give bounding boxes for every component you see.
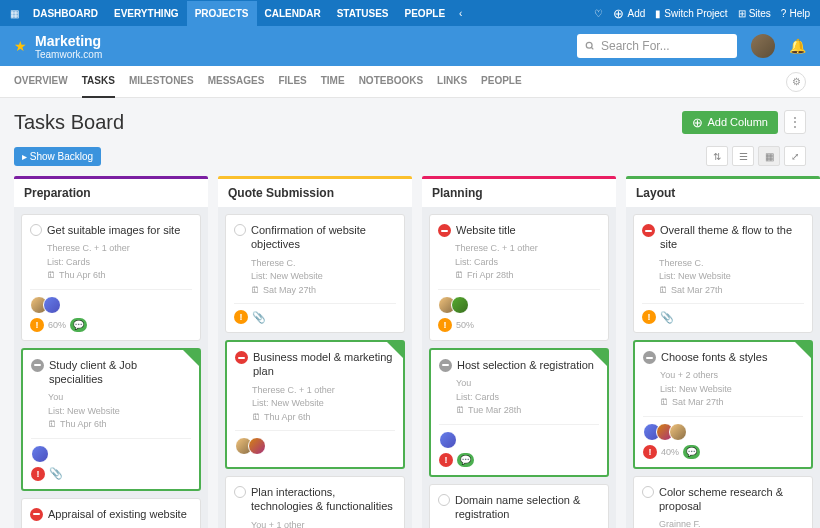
tab-time[interactable]: TIME: [321, 65, 345, 98]
column-header: Layout: [626, 179, 820, 207]
column-layout: Layout Overall theme & flow to the site …: [626, 176, 820, 528]
switch-project-link[interactable]: ▮ Switch Project: [655, 8, 727, 19]
board-view-button[interactable]: ▦: [758, 146, 780, 166]
more-button[interactable]: ⋮: [784, 110, 806, 134]
priority-badge: !: [642, 310, 656, 324]
tab-tasks[interactable]: TASKS: [82, 65, 115, 98]
card-date: 🗓 Sat Mar 27th: [659, 284, 804, 298]
project-company: Teamwork.com: [35, 49, 102, 60]
tab-links[interactable]: LINKS: [437, 65, 467, 98]
assignee-avatar: [451, 296, 469, 314]
tab-notebooks[interactable]: NOTEBOOKS: [359, 65, 423, 98]
card-date: 🗓 Sat Mar 27th: [660, 396, 803, 410]
comment-badge: 💬: [457, 453, 474, 467]
progress-pct: 60%: [48, 320, 66, 330]
star-icon[interactable]: ★: [14, 38, 27, 54]
comment-badge: 💬: [70, 318, 87, 332]
nav-projects[interactable]: PROJECTS: [187, 1, 257, 26]
nav-dashboard[interactable]: DASHBOARD: [25, 1, 106, 26]
card-title: Get suitable images for site: [47, 223, 180, 237]
card-title: Study client & Job specialities: [49, 358, 191, 387]
column-quote-submission: Quote Submission Confirmation of website…: [218, 176, 412, 528]
heart-icon[interactable]: ♡: [594, 8, 603, 19]
card-date: 🗓 Fri Apr 28th: [455, 269, 600, 283]
card-assigned: Therese C. + 1 other: [47, 242, 192, 256]
assignee-avatar: [248, 437, 266, 455]
help-link[interactable]: ? Help: [781, 8, 810, 19]
card-title: Overall theme & flow to the site: [660, 223, 804, 252]
card-title: Choose fonts & styles: [661, 350, 767, 364]
task-card[interactable]: Color scheme research & proposal Grainne…: [633, 476, 813, 528]
task-card[interactable]: Domain name selection & registration The…: [429, 484, 609, 528]
column-preparation: Preparation Get suitable images for site…: [14, 176, 208, 528]
card-list: List: New Website: [660, 383, 803, 397]
card-title: Website title: [456, 223, 516, 237]
project-header: ★ Marketing Teamwork.com Search For... 🔔: [0, 26, 820, 66]
card-title: Appraisal of existing website: [48, 507, 187, 521]
card-assigned: You + 2 others: [660, 369, 803, 383]
tab-messages[interactable]: MESSAGES: [208, 65, 265, 98]
tab-people[interactable]: PEOPLE: [481, 65, 522, 98]
add-link[interactable]: ⊕ Add: [613, 6, 645, 21]
task-card[interactable]: Business model & marketing plan Therese …: [225, 340, 405, 469]
progress-pct: 40%: [661, 447, 679, 457]
tab-files[interactable]: FILES: [278, 65, 306, 98]
attachment-icon: 📎: [252, 311, 266, 324]
app-icon: ▦: [10, 8, 19, 19]
filter-button[interactable]: ⇅: [706, 146, 728, 166]
nav-statuses[interactable]: STATUSES: [329, 1, 397, 26]
task-card[interactable]: Get suitable images for site Therese C. …: [21, 214, 201, 341]
card-list: List: New Website: [48, 405, 191, 419]
priority-badge: !: [30, 318, 44, 332]
column-header: Preparation: [14, 179, 208, 207]
task-card[interactable]: Choose fonts & styles You + 2 others Lis…: [633, 340, 813, 469]
user-avatar[interactable]: [751, 34, 775, 58]
svg-line-1: [591, 47, 593, 49]
search-input[interactable]: Search For...: [577, 34, 737, 58]
gear-icon[interactable]: ⚙: [786, 72, 806, 92]
card-title: Host selection & registration: [457, 358, 594, 372]
task-card[interactable]: Appraisal of existing website You List: …: [21, 498, 201, 528]
card-assigned: You: [456, 377, 599, 391]
sub-nav: OVERVIEWTASKSMILESTONESMESSAGESFILESTIME…: [0, 66, 820, 98]
task-card[interactable]: Host selection & registration You List: …: [429, 348, 609, 477]
priority-badge: !: [234, 310, 248, 324]
card-date: 🗓 Tue Mar 28th: [456, 404, 599, 418]
priority-badge: !: [439, 453, 453, 467]
attachment-icon: 📎: [49, 467, 63, 480]
nav-everything[interactable]: EVERYTHING: [106, 1, 187, 26]
card-list: List: New Website: [252, 397, 395, 411]
priority-badge: !: [31, 467, 45, 481]
show-backlog-button[interactable]: ▸ Show Backlog: [14, 147, 101, 166]
task-card[interactable]: Confirmation of website objectives There…: [225, 214, 405, 333]
list-view-button[interactable]: ☰: [732, 146, 754, 166]
nav-more[interactable]: ‹: [453, 1, 468, 26]
card-assigned: Grainne F.: [659, 518, 804, 528]
card-date: 🗓 Thu Apr 6th: [48, 418, 191, 432]
card-date: 🗓 Thu Apr 6th: [252, 411, 395, 425]
nav-people[interactable]: PEOPLE: [397, 1, 454, 26]
task-card[interactable]: Website title Therese C. + 1 other List:…: [429, 214, 609, 341]
card-assigned: Therese C.: [659, 257, 804, 271]
tab-overview[interactable]: OVERVIEW: [14, 65, 68, 98]
assignee-avatar: [43, 296, 61, 314]
priority-badge: !: [643, 445, 657, 459]
nav-calendar[interactable]: CALENDAR: [257, 1, 329, 26]
column-header: Planning: [422, 179, 616, 207]
sites-link[interactable]: ⊞ Sites: [738, 8, 771, 19]
svg-point-0: [586, 42, 592, 48]
task-card[interactable]: Study client & Job specialities You List…: [21, 348, 201, 491]
comment-badge: 💬: [683, 445, 700, 459]
search-icon: [585, 41, 595, 51]
bell-icon[interactable]: 🔔: [789, 38, 806, 54]
fullscreen-button[interactable]: ⤢: [784, 146, 806, 166]
tab-milestones[interactable]: MILESTONES: [129, 65, 194, 98]
task-card[interactable]: Overall theme & flow to the site Therese…: [633, 214, 813, 333]
attachment-icon: 📎: [660, 311, 674, 324]
card-date: 🗓 Sat May 27th: [251, 284, 396, 298]
progress-pct: 50%: [456, 320, 474, 330]
task-card[interactable]: Plan interactions, technologies & functi…: [225, 476, 405, 528]
page-title: Tasks Board: [14, 111, 124, 134]
card-assigned: Therese C. + 1 other: [252, 384, 395, 398]
add-column-button[interactable]: ⊕ Add Column: [682, 111, 778, 134]
